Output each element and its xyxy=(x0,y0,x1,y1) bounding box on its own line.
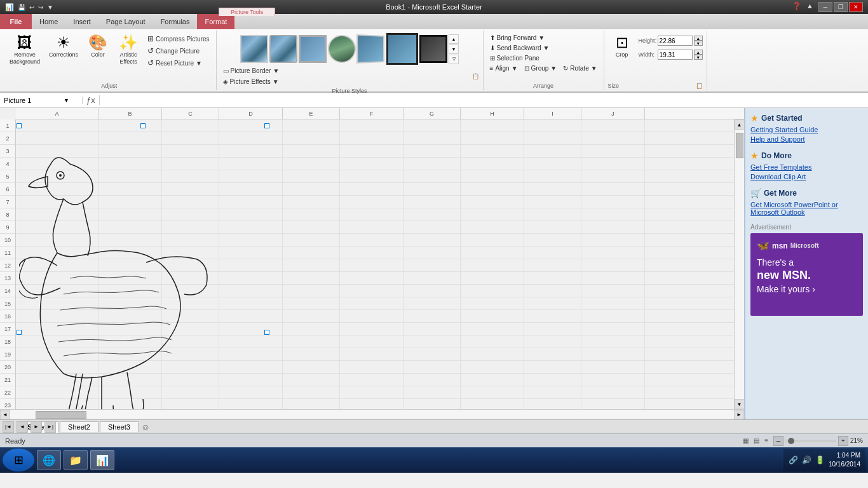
cell-4-9[interactable] xyxy=(581,158,645,170)
cell-11-7[interactable] xyxy=(461,247,524,259)
cell-23-5[interactable] xyxy=(340,399,403,409)
cell-13-4[interactable] xyxy=(283,272,340,284)
cell-16-7[interactable] xyxy=(461,310,524,322)
cell-9-7[interactable] xyxy=(461,221,524,233)
group-btn[interactable]: ⊡ Group ▼ xyxy=(522,64,560,73)
cell-21-9[interactable] xyxy=(581,374,645,386)
cell-11-8[interactable] xyxy=(524,247,581,259)
picture-overlay[interactable] xyxy=(19,126,267,409)
cell-13-8[interactable] xyxy=(524,272,581,284)
cell-20-9[interactable] xyxy=(581,361,645,373)
page-break-view-btn[interactable]: ≡ xyxy=(764,437,768,444)
zoom-out-btn[interactable]: ─ xyxy=(773,436,783,446)
cell-14-9[interactable] xyxy=(581,285,645,297)
style-thumb-2[interactable] xyxy=(269,35,297,63)
taskbar-chrome[interactable]: 🌐 xyxy=(37,450,61,470)
start-button[interactable]: ⊞ xyxy=(3,449,34,471)
cell-6-5[interactable] xyxy=(340,183,403,195)
h-scroll-right-btn[interactable]: ► xyxy=(734,410,744,420)
cell-5-9[interactable] xyxy=(581,170,645,182)
tab-page-layout[interactable]: Page Layout xyxy=(98,14,153,29)
download-clip-art-link[interactable]: Download Clip Art xyxy=(750,173,863,180)
cell-4-5[interactable] xyxy=(340,158,403,170)
cell-2-9[interactable] xyxy=(581,132,645,144)
cell-16-6[interactable] xyxy=(403,310,461,322)
tab-format[interactable]: Format xyxy=(197,14,234,29)
cell-16-9[interactable] xyxy=(581,310,645,322)
cell-7-4[interactable] xyxy=(283,196,340,208)
get-powerpoint-link[interactable]: Get Microsoft PowerPoint or Microsoft Ou… xyxy=(750,201,863,216)
handle-tr[interactable] xyxy=(264,123,269,128)
tray-network-icon[interactable]: 🔗 xyxy=(789,456,798,464)
formula-function-icon[interactable]: ƒx xyxy=(83,95,100,105)
cell-18-6[interactable] xyxy=(403,336,461,348)
cell-4-6[interactable] xyxy=(403,158,461,170)
cell-20-7[interactable] xyxy=(461,361,524,373)
cell-1-7[interactable] xyxy=(461,119,524,132)
free-templates-link[interactable]: Get Free Templates xyxy=(750,163,863,171)
styles-scroll-up[interactable]: ▲ xyxy=(449,34,459,44)
help-btn[interactable]: ❓ xyxy=(792,2,801,12)
cell-22-6[interactable] xyxy=(403,386,461,398)
name-box-dropdown[interactable]: ▼ xyxy=(64,97,69,104)
zoom-slider-container[interactable] xyxy=(785,436,836,446)
cell-17-6[interactable] xyxy=(403,323,461,335)
cell-10-6[interactable] xyxy=(403,234,461,246)
height-input[interactable] xyxy=(658,36,693,46)
cell-10-7[interactable] xyxy=(461,234,524,246)
cell-3-5[interactable] xyxy=(340,145,403,157)
cell-21-4[interactable] xyxy=(283,374,340,386)
cell-3-7[interactable] xyxy=(461,145,524,157)
file-tab[interactable]: File xyxy=(0,14,32,29)
sheet-last-btn[interactable]: ►| xyxy=(44,421,56,433)
cell-20-8[interactable] xyxy=(524,361,581,373)
effects-dropdown-icon[interactable]: ▼ xyxy=(273,78,279,85)
size-expand-icon[interactable]: 📋 xyxy=(696,83,703,89)
cell-18-7[interactable] xyxy=(461,336,524,348)
cell-15-7[interactable] xyxy=(461,297,524,309)
style-thumb-1[interactable] xyxy=(240,35,268,63)
cell-20-6[interactable] xyxy=(403,361,461,373)
bring-forward-btn[interactable]: ⬆ Bring Forward ▼ xyxy=(487,33,600,43)
width-input[interactable] xyxy=(658,50,693,60)
cell-6-8[interactable] xyxy=(524,183,581,195)
cell-17-7[interactable] xyxy=(461,323,524,335)
scroll-up-btn[interactable]: ▲ xyxy=(735,119,745,130)
cell-8-6[interactable] xyxy=(403,208,461,220)
cell-17-5[interactable] xyxy=(340,323,403,335)
cell-12-5[interactable] xyxy=(340,259,403,271)
cell-7-6[interactable] xyxy=(403,196,461,208)
cell-7-5[interactable] xyxy=(340,196,403,208)
cell-2-7[interactable] xyxy=(461,132,524,144)
cell-9-4[interactable] xyxy=(283,221,340,233)
cell-3-4[interactable] xyxy=(283,145,340,157)
style-thumb-5[interactable] xyxy=(356,34,384,64)
cell-21-6[interactable] xyxy=(403,374,461,386)
remove-background-btn[interactable]: 🖼 Remove Background xyxy=(6,33,43,67)
crop-btn[interactable]: ⊡ Crop xyxy=(608,33,636,60)
artistic-effects-btn[interactable]: ✨ Artistic Effects xyxy=(114,33,142,67)
help-support-link[interactable]: Help and Support xyxy=(750,135,863,143)
cell-19-9[interactable] xyxy=(581,348,645,360)
cell-14-7[interactable] xyxy=(461,285,524,297)
cell-3-8[interactable] xyxy=(524,145,581,157)
taskbar-files[interactable]: 📁 xyxy=(64,450,88,470)
cell-10-9[interactable] xyxy=(581,234,645,246)
change-picture-btn[interactable]: ↺ Change Picture xyxy=(145,45,212,57)
align-dropdown[interactable]: ▼ xyxy=(512,65,518,72)
cell-13-9[interactable] xyxy=(581,272,645,284)
cell-1-8[interactable] xyxy=(524,119,581,132)
h-scroll-thumb[interactable] xyxy=(36,411,86,419)
picture-border-btn[interactable]: ▭ Picture Border ▼ xyxy=(220,66,282,76)
redo-quick-btn[interactable]: ↪ xyxy=(37,4,44,11)
cell-11-5[interactable] xyxy=(340,247,403,259)
cell-17-4[interactable] xyxy=(283,323,340,335)
cell-23-4[interactable] xyxy=(283,399,340,409)
cell-12-4[interactable] xyxy=(283,259,340,271)
vertical-scrollbar[interactable]: ▲ ▼ xyxy=(734,119,744,409)
cell-5-5[interactable] xyxy=(340,170,403,182)
cell-19-6[interactable] xyxy=(403,348,461,360)
cell-2-4[interactable] xyxy=(283,132,340,144)
picture-effects-btn[interactable]: ◈ Picture Effects ▼ xyxy=(220,77,282,86)
cell-19-7[interactable] xyxy=(461,348,524,360)
